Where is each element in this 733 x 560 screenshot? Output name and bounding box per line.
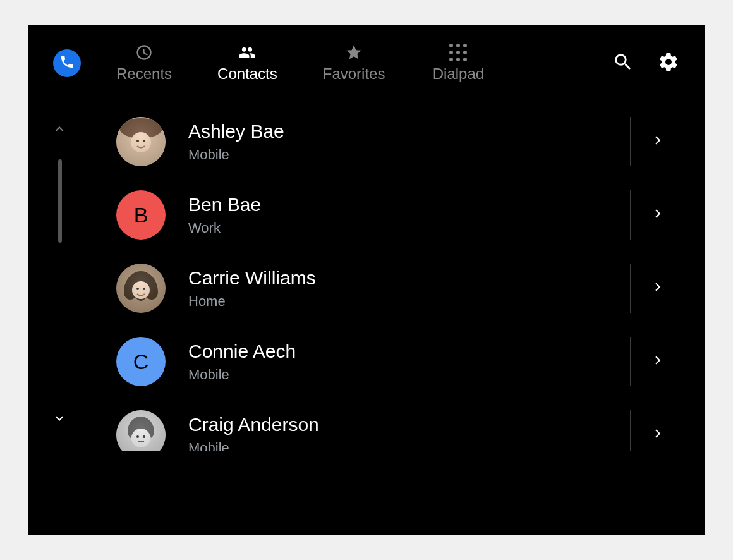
contact-label: Work: [188, 220, 624, 236]
svg-point-0: [116, 117, 166, 166]
chevron-right-icon: [650, 132, 667, 151]
tab-dialpad[interactable]: Dialpad: [430, 44, 486, 83]
scroll-up-button[interactable]: [52, 121, 67, 137]
svg-point-10: [131, 429, 150, 447]
settings-button[interactable]: [657, 52, 680, 75]
contact-label: Mobile: [188, 367, 624, 383]
contact-row[interactable]: Carrie Williams Home: [91, 252, 667, 325]
scroll-down-button[interactable]: [52, 411, 67, 426]
app-screen: Recents Contacts Favorites: [28, 25, 705, 535]
svg-point-3: [136, 140, 139, 142]
contact-text: Carrie Williams Home: [188, 267, 624, 310]
svg-point-4: [143, 140, 145, 142]
chevron-right-icon: [650, 205, 667, 224]
phone-icon: [59, 54, 75, 72]
chevron-up-icon: [52, 128, 67, 138]
tab-label: Contacts: [217, 65, 277, 83]
contacts-list: Ashley Bae Mobile B Ben Bae: [91, 101, 705, 535]
scroll-control: [28, 101, 91, 535]
tab-favorites[interactable]: Favorites: [323, 44, 385, 83]
tab-label: Dialpad: [433, 65, 484, 83]
avatar: [116, 410, 166, 451]
top-bar: Recents Contacts Favorites: [28, 25, 705, 101]
svg-point-8: [143, 288, 145, 290]
contact-details-button[interactable]: [650, 279, 667, 297]
contact-text: Connie Aech Mobile: [188, 340, 624, 383]
divider: [630, 264, 631, 313]
contact-row[interactable]: Ashley Bae Mobile: [91, 105, 667, 178]
body: Ashley Bae Mobile B Ben Bae: [28, 101, 705, 535]
contact-label: Home: [188, 293, 624, 310]
tab-contacts[interactable]: Contacts: [217, 44, 277, 83]
chevron-down-icon: [52, 417, 67, 428]
tab-label: Favorites: [323, 65, 385, 83]
phone-button[interactable]: [53, 49, 81, 77]
contact-row[interactable]: B Ben Bae Work: [91, 178, 667, 252]
dialpad-icon: [449, 44, 467, 61]
avatar-initial: B: [134, 203, 148, 228]
contact-text: Ashley Bae Mobile: [188, 120, 624, 163]
avatar: [116, 264, 166, 313]
clock-icon: [135, 44, 153, 61]
chevron-right-icon: [650, 352, 667, 371]
divider: [630, 337, 631, 386]
search-icon: [612, 51, 634, 75]
contact-details-button[interactable]: [650, 206, 667, 224]
star-icon: [345, 44, 363, 61]
contact-row[interactable]: C Connie Aech Mobile: [91, 325, 667, 398]
tabs: Recents Contacts Favorites: [116, 44, 486, 83]
contact-name: Craig Anderson: [188, 413, 624, 436]
svg-point-7: [136, 288, 139, 290]
contact-text: Craig Anderson Mobile: [188, 413, 624, 451]
divider: [630, 410, 631, 451]
scrollbar-thumb[interactable]: [58, 159, 62, 243]
svg-point-2: [131, 132, 151, 152]
search-button[interactable]: [612, 52, 634, 75]
avatar-photo: [116, 410, 166, 451]
avatar: B: [116, 190, 166, 240]
svg-point-6: [132, 281, 150, 299]
contact-text: Ben Bae Work: [188, 193, 624, 236]
contact-name: Ben Bae: [188, 193, 624, 216]
svg-point-5: [116, 264, 166, 313]
divider: [630, 190, 631, 240]
contact-label: Mobile: [188, 147, 624, 163]
contact-details-button[interactable]: [650, 426, 667, 444]
contact-details-button[interactable]: [650, 353, 667, 370]
avatar-photo: [116, 117, 166, 166]
svg-point-12: [143, 435, 145, 438]
contact-name: Ashley Bae: [188, 120, 624, 143]
contact-details-button[interactable]: [650, 133, 667, 150]
contact-row[interactable]: Craig Anderson Mobile: [91, 398, 667, 451]
contact-name: Connie Aech: [188, 340, 624, 363]
people-icon: [238, 44, 256, 61]
avatar: C: [116, 337, 166, 386]
chevron-right-icon: [650, 279, 667, 298]
contact-name: Carrie Williams: [188, 267, 624, 289]
divider: [630, 117, 631, 166]
avatar-initial: C: [133, 350, 149, 374]
tab-recents[interactable]: Recents: [116, 44, 172, 83]
avatar-photo: [116, 264, 166, 313]
gear-icon: [658, 51, 679, 75]
svg-point-9: [116, 410, 166, 451]
svg-point-11: [136, 435, 139, 438]
contact-label: Mobile: [188, 440, 624, 451]
action-icons: [612, 52, 680, 75]
svg-point-1: [119, 118, 162, 138]
avatar: [116, 117, 166, 166]
chevron-right-icon: [650, 425, 667, 444]
tab-label: Recents: [116, 65, 172, 83]
